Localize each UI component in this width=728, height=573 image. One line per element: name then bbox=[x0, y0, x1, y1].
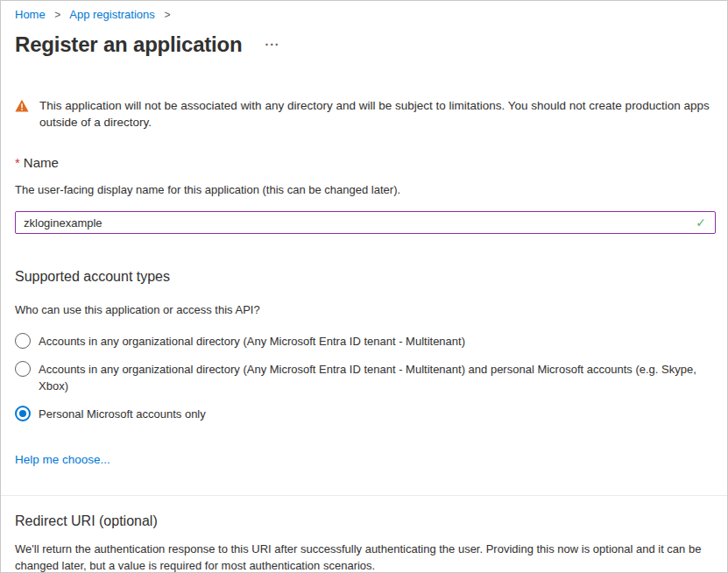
radio-option-label: Accounts in any organizational directory… bbox=[39, 360, 714, 394]
name-label: Name bbox=[24, 155, 59, 170]
warning-text: This application will not be associated … bbox=[39, 97, 714, 131]
radio-option-personal-only[interactable]: Personal Microsoft accounts only bbox=[15, 405, 714, 422]
redirect-uri-heading: Redirect URI (optional) bbox=[15, 513, 714, 529]
name-input-wrapper: ✓ bbox=[15, 211, 714, 234]
name-input[interactable] bbox=[15, 211, 716, 234]
warning-banner: This application will not be associated … bbox=[15, 97, 714, 131]
radio-option-multitenant[interactable]: Accounts in any organizational directory… bbox=[15, 332, 714, 350]
section-divider bbox=[1, 495, 727, 496]
more-options-icon[interactable]: ··· bbox=[265, 38, 279, 52]
radio-button-icon[interactable] bbox=[15, 361, 31, 377]
register-application-page: Home > App registrations > Register an a… bbox=[0, 0, 728, 573]
name-description: The user-facing display name for this ap… bbox=[15, 181, 714, 198]
breadcrumb-separator-icon: > bbox=[54, 9, 60, 21]
breadcrumb-separator-icon: > bbox=[164, 9, 170, 21]
required-asterisk: * bbox=[15, 155, 20, 170]
redirect-uri-description: We'll return the authentication response… bbox=[15, 541, 714, 573]
name-field-label: *Name bbox=[15, 155, 714, 170]
radio-option-label: Personal Microsoft accounts only bbox=[39, 405, 206, 422]
breadcrumb-app-registrations-link[interactable]: App registrations bbox=[69, 8, 155, 21]
warning-icon bbox=[15, 99, 29, 113]
radio-option-multitenant-personal[interactable]: Accounts in any organizational directory… bbox=[15, 360, 714, 394]
radio-option-label: Accounts in any organizational directory… bbox=[39, 332, 465, 350]
account-type-options: Accounts in any organizational directory… bbox=[15, 332, 714, 422]
radio-button-icon[interactable] bbox=[15, 406, 31, 421]
page-header: Register an application ··· bbox=[15, 32, 714, 58]
page-title: Register an application bbox=[15, 32, 242, 58]
account-types-question: Who can use this application or access t… bbox=[15, 301, 714, 318]
supported-account-types-heading: Supported account types bbox=[15, 269, 714, 285]
radio-button-icon[interactable] bbox=[15, 333, 31, 349]
breadcrumb-home-link[interactable]: Home bbox=[15, 8, 46, 21]
help-me-choose-link[interactable]: Help me choose... bbox=[15, 453, 110, 466]
breadcrumb: Home > App registrations > bbox=[15, 8, 714, 22]
